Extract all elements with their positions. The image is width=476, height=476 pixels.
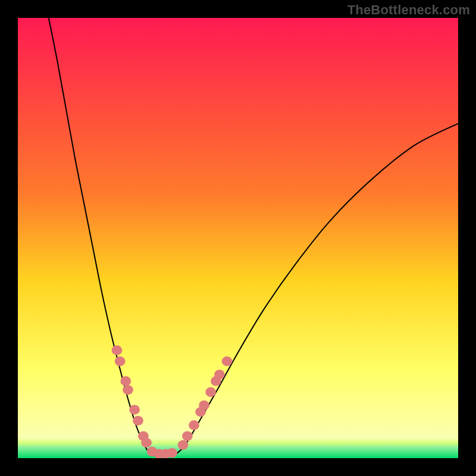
marker-dot (129, 405, 140, 414)
marker-dot (120, 376, 131, 386)
marker-dot (123, 385, 133, 394)
chart-background (18, 18, 458, 458)
marker-dot (167, 448, 177, 458)
bottleneck-chart-svg (18, 18, 458, 458)
chart-frame: TheBottleneck.com (0, 0, 476, 476)
marker-dot (141, 438, 152, 447)
plot-area (18, 18, 458, 458)
marker-dot (214, 369, 225, 379)
marker-dot (178, 440, 189, 450)
marker-dot (115, 356, 126, 366)
marker-dot (112, 346, 123, 355)
marker-dot (182, 431, 193, 441)
marker-dot (133, 416, 143, 425)
watermark-text: TheBottleneck.com (347, 2, 470, 18)
marker-dot (222, 356, 233, 366)
marker-dot (189, 420, 199, 430)
marker-dot (199, 400, 209, 410)
marker-dot (205, 387, 216, 397)
